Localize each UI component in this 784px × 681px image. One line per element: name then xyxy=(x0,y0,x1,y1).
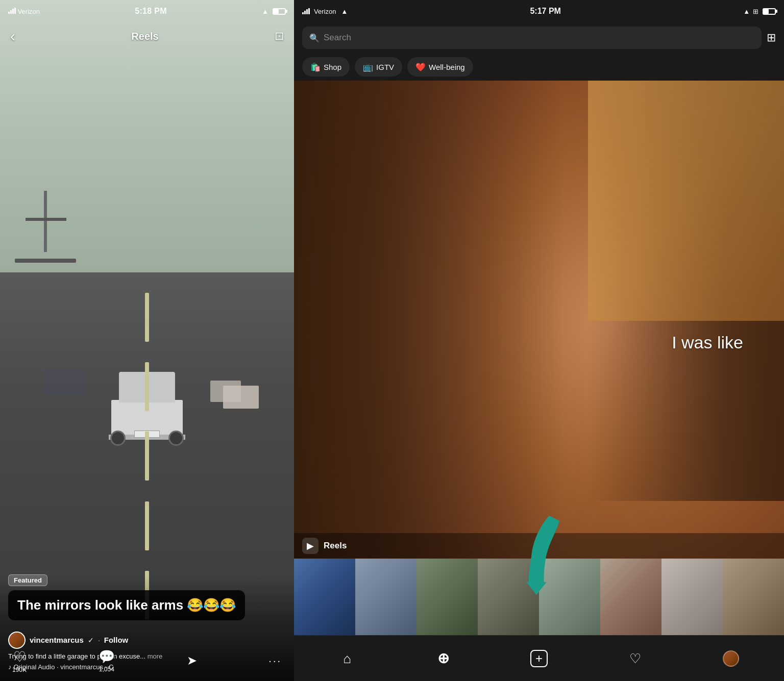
ellipsis-icon: ··· xyxy=(268,655,282,667)
nav-profile[interactable] xyxy=(683,636,779,681)
caption-box: The mirrors look like arms 😂😂😂 xyxy=(8,590,245,620)
carrier-name-right: Verizon xyxy=(314,8,336,15)
heart-icon: ♡ xyxy=(13,648,26,665)
reels-icon: ▶ xyxy=(307,540,314,551)
bg-warm xyxy=(588,81,784,321)
nav-add[interactable]: + xyxy=(491,636,587,681)
thumbnail-7[interactable] xyxy=(662,559,723,635)
battery-fill-right xyxy=(764,9,769,14)
reels-icon-box: ▶ xyxy=(302,538,318,554)
add-icon: + xyxy=(530,650,548,667)
thumbnail-3[interactable] xyxy=(416,559,478,635)
wellbeing-icon: ❤️ xyxy=(415,62,426,72)
carrier-name-left: Verizon xyxy=(18,8,40,15)
main-content-area: I was like ▶ Reels xyxy=(294,81,784,681)
share-icon: ➤ xyxy=(187,653,197,668)
qr-scan-button[interactable]: ⊞ xyxy=(767,31,776,44)
reels-label: Reels xyxy=(324,541,347,551)
status-time-left: 5:18 PM xyxy=(40,7,262,16)
signal-bar-1 xyxy=(8,12,10,14)
bottom-actions-left: ♡ 190K 💬 1,054 ➤ ··· xyxy=(0,640,294,681)
page-title-left: Reels xyxy=(131,31,158,42)
status-bar-right: Verizon ▲ 5:17 PM ▲ ⊞ xyxy=(294,0,784,22)
signal-bar-4 xyxy=(14,8,16,14)
signal-bar-r4 xyxy=(308,8,310,14)
igtv-icon: 📺 xyxy=(363,62,373,72)
wifi-icon-right: ▲ xyxy=(341,8,348,15)
share-button[interactable]: ➤ xyxy=(187,653,197,668)
left-panel: Verizon 5:18 PM ▲ ‹ Reels ⊡ Featured The… xyxy=(0,0,294,681)
wifi-icon-left: ▲ xyxy=(262,8,268,15)
like-button[interactable]: ♡ 190K xyxy=(12,648,27,673)
profile-thumbnail xyxy=(723,650,739,667)
battery-icon-left xyxy=(273,8,286,15)
comment-icon: 💬 xyxy=(99,649,115,665)
shop-label: Shop xyxy=(324,63,341,71)
search-icon: 🔍 xyxy=(309,33,320,43)
signal-bar-r3 xyxy=(306,9,308,14)
carrier-left: Verizon xyxy=(8,8,40,15)
shop-icon: 🛍️ xyxy=(310,62,321,72)
filter-buttons: 🛍️ Shop 📺 IGTV ❤️ Well-being xyxy=(294,53,784,81)
thumbnail-8[interactable] xyxy=(723,559,784,635)
signal-bar-r1 xyxy=(302,12,304,14)
activity-heart-icon: ♡ xyxy=(629,652,641,665)
status-icons-right: ▲ ⊞ xyxy=(743,8,776,15)
status-icons-left: ▲ xyxy=(262,8,286,15)
wellbeing-filter-button[interactable]: ❤️ Well-being xyxy=(407,57,473,77)
featured-badge: Featured xyxy=(8,574,47,586)
battery-icon-right xyxy=(763,8,776,15)
search-bar-container: 🔍 Search ⊞ xyxy=(294,22,784,53)
nav-activity[interactable]: ♡ xyxy=(587,636,683,681)
signal-bar-3 xyxy=(12,9,14,14)
location-icon: ▲ xyxy=(743,8,750,15)
igtv-filter-button[interactable]: 📺 IGTV xyxy=(355,57,402,77)
right-panel: Verizon ▲ 5:17 PM ▲ ⊞ 🔍 Search ⊞ 🛍️ Shop… xyxy=(294,0,784,681)
more-button[interactable]: ··· xyxy=(268,655,282,667)
igtv-label: IGTV xyxy=(376,63,394,71)
wellbeing-label: Well-being xyxy=(429,63,465,71)
thumbnail-6[interactable] xyxy=(600,559,662,635)
search-bar[interactable]: 🔍 Search xyxy=(302,27,762,49)
search-nav-icon: ⊕ xyxy=(437,651,449,666)
caption-text: The mirrors look like arms 😂😂😂 xyxy=(17,597,236,613)
home-icon: ⌂ xyxy=(343,652,351,665)
signal-bars-right xyxy=(302,8,310,14)
like-count: 190K xyxy=(12,666,27,673)
search-placeholder: Search xyxy=(324,33,351,43)
screen-icon: ⊞ xyxy=(753,8,758,15)
top-nav-left: ‹ Reels ⊡ xyxy=(0,22,294,50)
teal-arrow xyxy=(524,516,575,599)
nav-home[interactable]: ⌂ xyxy=(299,636,395,681)
back-button[interactable]: ‹ xyxy=(10,29,15,44)
comment-count: 1,054 xyxy=(99,666,114,673)
video-text-overlay: I was like xyxy=(672,333,743,352)
signal-bar-r2 xyxy=(304,11,306,14)
battery-fill xyxy=(274,9,279,14)
thumbnail-1[interactable] xyxy=(294,559,355,635)
status-time-right: 5:17 PM xyxy=(348,7,743,16)
comment-button[interactable]: 💬 1,054 xyxy=(99,649,115,673)
carrier-right: Verizon ▲ xyxy=(302,8,348,15)
nav-search[interactable]: ⊕ xyxy=(395,636,491,681)
status-bar-left: Verizon 5:18 PM ▲ xyxy=(0,0,294,22)
signal-bar-2 xyxy=(10,10,12,14)
thumbnail-2[interactable] xyxy=(355,559,416,635)
signal-bars-left xyxy=(8,8,16,14)
bottom-nav-right: ⌂ ⊕ + ♡ xyxy=(294,635,784,681)
shop-filter-button[interactable]: 🛍️ Shop xyxy=(302,57,350,77)
camera-button[interactable]: ⊡ xyxy=(275,30,284,43)
